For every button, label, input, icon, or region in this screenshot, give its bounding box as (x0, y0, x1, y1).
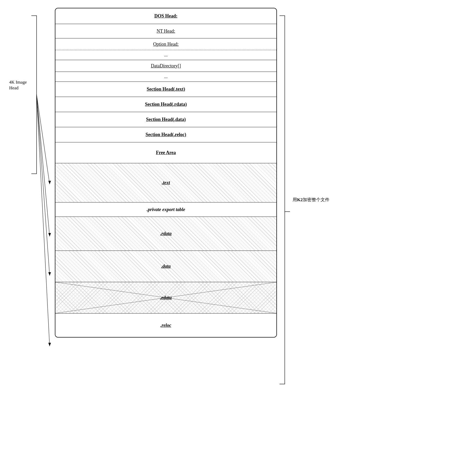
pe-structure-box: DOS Head: NT Head: Option Head: ... Data… (55, 8, 277, 338)
left-brace-svg: 4K Image Head (8, 8, 55, 465)
nt-head-text: NT Head: (156, 28, 175, 34)
arrow-head-reloc (48, 343, 51, 346)
k2-text: 用K2加密整个文件 (293, 197, 329, 202)
private-export-text: .private export table (147, 207, 185, 212)
4k-label: 4K Image (9, 80, 27, 85)
rdata-body-section: .rdata (55, 217, 276, 251)
option-head-text: Option Head: (153, 42, 178, 47)
text-body-text: .text (162, 180, 170, 185)
reloc-body-text: .reloc (160, 323, 171, 328)
text-body-section: .text (55, 163, 276, 202)
sec-reloc-section: Section Head(.reloc) (55, 127, 276, 142)
free-area-text: Free Area (156, 150, 176, 155)
arrow-head-rdata (48, 233, 51, 236)
edata-body-section: .edata (55, 282, 276, 314)
dots1-section: ... (55, 50, 276, 60)
arrow-to-rdata (37, 95, 50, 236)
dos-head-text: DOS Head: (154, 13, 178, 19)
rdata-body-text: .rdata (160, 231, 172, 236)
brace-path (31, 16, 37, 174)
edata-body-text: .edata (160, 295, 172, 300)
free-area-section: Free Area (55, 142, 276, 163)
page-container: 4K Image Head DOS H (8, 8, 451, 476)
arrow-to-data (37, 95, 50, 276)
center-diagram: DOS Head: NT Head: Option Head: ... Data… (55, 8, 277, 338)
data-body-section: .data (55, 251, 276, 282)
right-brace-svg: 用K2加密整个文件 (277, 8, 350, 465)
arrow-to-text (37, 95, 50, 184)
sec-reloc-text: Section Head(.reloc) (146, 132, 186, 137)
nt-head-section: NT Head: (55, 24, 276, 38)
sec-text-section: Section Head(.text) (55, 82, 276, 97)
option-head-section: Option Head: (55, 38, 276, 50)
dots2-section: ... (55, 72, 276, 82)
arrow-to-reloc (37, 95, 50, 346)
private-export-section: .private export table (55, 202, 276, 217)
sec-data-section: Section Head(.data) (55, 112, 276, 127)
datadir-text: DataDirectory[] (151, 63, 181, 69)
dots2-text: ... (164, 74, 168, 79)
arrow-head-data (48, 272, 51, 276)
sec-rdata-section: Section Head(.rdata) (55, 97, 276, 112)
arrow-head-text (48, 181, 51, 184)
right-annotation: 用K2加密整个文件 加密(K1) 不加密 (277, 8, 350, 476)
left-annotation: 4K Image Head (8, 8, 55, 465)
4k-label2: Head (9, 85, 19, 90)
sec-text-text: Section Head(.text) (147, 86, 185, 92)
datadir-section: DataDirectory[] (55, 60, 276, 72)
dots1-text: ... (164, 52, 168, 58)
reloc-body-section: .reloc (55, 314, 276, 337)
sec-rdata-text: Section Head(.rdata) (145, 102, 187, 107)
dos-head-section: DOS Head: (55, 8, 276, 24)
sec-data-text: Section Head(.data) (146, 117, 186, 122)
data-body-text: .data (161, 264, 171, 269)
